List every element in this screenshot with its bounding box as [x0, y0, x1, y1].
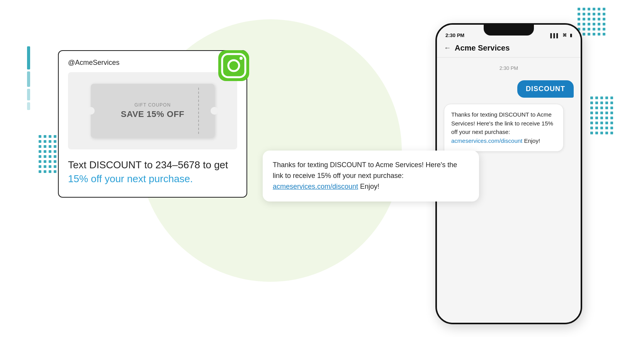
- received-link[interactable]: acmeservices.com/discount: [451, 137, 522, 144]
- coupon-area: GIFT COUPON SAVE 15% OFF: [68, 72, 237, 149]
- received-text-before-link: Thanks for texting DISCOUNT to Acme Serv…: [451, 111, 553, 135]
- phone-contact-name: Acme Services: [455, 44, 510, 52]
- phone-status-time: 2:30 PM: [445, 32, 464, 38]
- chat-timestamp: 2:30 PM: [500, 65, 518, 71]
- coupon-gift-label: GIFT COUPON: [134, 102, 171, 108]
- left-decorative-bar: [27, 46, 30, 110]
- chat-bubble-sent: DISCOUNT: [517, 80, 574, 98]
- sms-link[interactable]: acmeservices.com/discount: [273, 183, 358, 190]
- svg-point-3: [240, 57, 243, 60]
- phone-header: ← Acme Services: [437, 40, 581, 58]
- coupon-discount-text: SAVE 15% OFF: [121, 109, 185, 119]
- dot-grid-right-mid: [590, 97, 613, 134]
- chat-bubble-received: Thanks for texting DISCOUNT to Acme Serv…: [444, 104, 564, 152]
- phone-status-icons: ▌▌▌ ⌘ ▮: [551, 33, 572, 38]
- instagram-handle: @AcmeServices: [68, 59, 237, 67]
- instagram-body-highlight: 15% off your next purchase.: [68, 173, 193, 185]
- instagram-icon: [218, 50, 249, 81]
- phone-notch: [484, 25, 534, 36]
- sms-text-before-link: Thanks for texting DISCOUNT to Acme Serv…: [273, 161, 457, 180]
- sms-card: Thanks for texting DISCOUNT to Acme Serv…: [263, 151, 479, 202]
- dot-grid-left: [39, 135, 56, 173]
- instagram-body-plain: Text DISCOUNT to 234–5678 to get: [68, 159, 228, 171]
- dot-grid-right-top: [578, 8, 605, 36]
- phone-back-arrow[interactable]: ←: [444, 44, 451, 52]
- received-text-after-link: Enjoy!: [522, 137, 540, 144]
- coupon-ticket: GIFT COUPON SAVE 15% OFF: [91, 84, 214, 138]
- sms-text-after-link: Enjoy!: [358, 183, 379, 190]
- instagram-body-text: Text DISCOUNT to 234–5678 to get 15% off…: [68, 158, 237, 186]
